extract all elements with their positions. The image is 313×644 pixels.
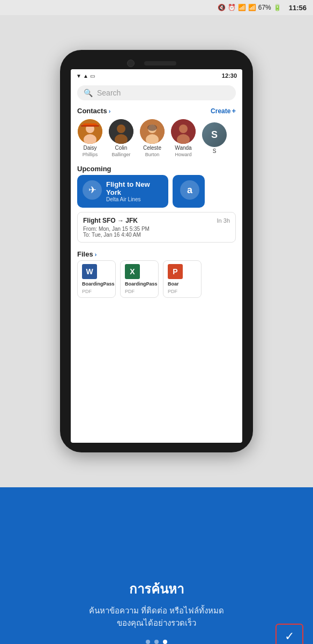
contact-wanda-name: Wanda <box>175 145 191 151</box>
contact-colin[interactable]: Colin Ballinger <box>108 119 134 157</box>
file-word-icon: W <box>82 264 97 279</box>
svg-rect-4 <box>81 125 99 127</box>
check-button[interactable]: ✓ <box>275 624 303 644</box>
wifi-icon: 📶 <box>238 4 246 11</box>
contact-colin-name: Colin <box>115 145 128 151</box>
file-type-3: PDF <box>168 289 177 294</box>
file-type-2: PDF <box>125 289 135 294</box>
file-ppt-icon: P <box>168 264 183 279</box>
contacts-arrow-icon: › <box>109 108 111 114</box>
search-icon: 🔍 <box>84 89 93 97</box>
route-text: Flight SFO → JFK <box>83 217 138 224</box>
flight-detail-box: Flight SFO → JFK In 3h From: Mon, Jan 15… <box>77 212 236 243</box>
files-row: W BoardingPass PDF X BoardingPass PDF P … <box>71 260 242 298</box>
flight-route: Flight SFO → JFK In 3h <box>83 217 230 224</box>
flight-card[interactable]: ✈ Flight to New York Delta Air Lines <box>77 175 168 208</box>
pagination-dots <box>146 640 167 644</box>
contact-s[interactable]: S S <box>202 122 227 154</box>
check-icon: ✓ <box>285 630 294 643</box>
file-type-1: PDF <box>82 289 92 294</box>
svg-rect-11 <box>147 125 157 131</box>
contact-daisy-lastname: Phillips <box>83 152 98 157</box>
avatar-colin <box>109 119 133 144</box>
battery-text: 67% <box>258 4 271 11</box>
file-excel-icon: X <box>125 264 140 279</box>
contacts-title: Contacts › <box>77 107 110 115</box>
stay-icon: a <box>180 180 199 200</box>
stay-card[interactable]: a <box>173 175 205 208</box>
flight-from: From: Mon, Jan 15 5:35 PM <box>83 226 230 232</box>
svg-point-6 <box>117 125 125 133</box>
contacts-section-header: Contacts › Create + <box>71 104 242 117</box>
upcoming-section-header: Upcoming <box>71 162 242 175</box>
file-card-3[interactable]: P Boar PDF <box>163 260 202 298</box>
phone-screen: ▼ ▲ ▭ 12:30 🔍 Search Contacts › Create <box>71 69 242 443</box>
bottom-title: การค้นหา <box>129 579 184 599</box>
phone-frame: ▼ ▲ ▭ 12:30 🔍 Search Contacts › Create <box>60 50 253 452</box>
flight-title: Flight to New York <box>106 180 163 196</box>
contacts-row: Daisy Phillips Colin Ballinger <box>71 117 242 162</box>
search-placeholder: Search <box>97 89 121 97</box>
phone-speaker <box>144 61 176 65</box>
plus-icon: + <box>232 107 236 115</box>
file-name-2: BoardingPass <box>125 281 158 287</box>
phone-top <box>65 60 248 67</box>
flight-to: To: Tue, Jan 16 4:40 AM <box>83 232 230 238</box>
contact-s-name: S <box>213 148 217 154</box>
avatar-celeste <box>140 119 165 144</box>
file-card-2[interactable]: X BoardingPass PDF <box>120 260 159 298</box>
contact-daisy-name: Daisy <box>83 145 96 151</box>
upcoming-title: Upcoming <box>77 165 111 173</box>
screen-wifi-icon: ▼ <box>76 73 81 79</box>
contact-celeste[interactable]: Celeste Burton <box>139 119 165 157</box>
alarm-icon: ⏰ <box>228 4 236 11</box>
screen-battery-icon: ▭ <box>90 73 95 79</box>
contact-wanda[interactable]: Wanda Howard <box>170 119 196 157</box>
contact-celeste-lastname: Burton <box>145 152 160 157</box>
files-title: Files › <box>77 250 96 258</box>
flight-info: Flight to New York Delta Air Lines <box>106 180 163 202</box>
files-section-header: Files › <box>71 247 242 260</box>
avatar-s: S <box>202 122 227 147</box>
bottom-section: การค้นหา ค้นหาข้อความ ที่ติดต่อ หรือไฟล์… <box>0 487 313 644</box>
files-arrow-icon: › <box>95 251 97 258</box>
contact-colin-lastname: Ballinger <box>111 152 130 157</box>
phone-camera <box>127 60 135 67</box>
status-icons: 🔇 ⏰ 📶 📶 67% 🔋 <box>218 4 281 11</box>
flight-icon: ✈ <box>83 180 102 200</box>
flight-airline: Delta Air Lines <box>106 196 163 202</box>
signal-icon: 📶 <box>248 4 256 11</box>
contact-wanda-lastname: Howard <box>175 152 191 157</box>
route-duration: In 3h <box>217 217 230 224</box>
screen-status-bar: ▼ ▲ ▭ 12:30 <box>71 69 242 82</box>
bottom-subtitle: ค้นหาข้อความ ที่ติดต่อ หรือไฟล์ทั้งหมดขอ… <box>68 605 245 629</box>
contact-celeste-name: Celeste <box>143 145 161 151</box>
create-button[interactable]: Create + <box>211 107 236 115</box>
dot-3-active <box>163 640 167 644</box>
dot-1 <box>146 640 150 644</box>
contact-daisy[interactable]: Daisy Phillips <box>77 119 103 157</box>
search-bar[interactable]: 🔍 Search <box>77 85 236 100</box>
file-name-1: BoardingPass <box>82 281 115 287</box>
file-name-3: Boar <box>168 281 179 287</box>
avatar-wanda <box>171 119 196 144</box>
dot-2 <box>154 640 159 644</box>
mute-icon: 🔇 <box>218 4 226 11</box>
file-card-1[interactable]: W BoardingPass PDF <box>77 260 116 298</box>
upcoming-row: ✈ Flight to New York Delta Air Lines a <box>71 175 242 212</box>
svg-point-13 <box>179 125 188 133</box>
screen-time: 12:30 <box>222 72 237 79</box>
status-time: 11:56 <box>289 4 307 12</box>
background-area: M mailmaster M mailmaster M mailmaster ▼… <box>0 15 313 487</box>
battery-icon: 🔋 <box>273 4 281 11</box>
avatar-daisy <box>78 119 102 144</box>
screen-signal-icon: ▲ <box>83 73 88 79</box>
status-bar: 🔇 ⏰ 📶 📶 67% 🔋 11:56 <box>0 0 313 15</box>
